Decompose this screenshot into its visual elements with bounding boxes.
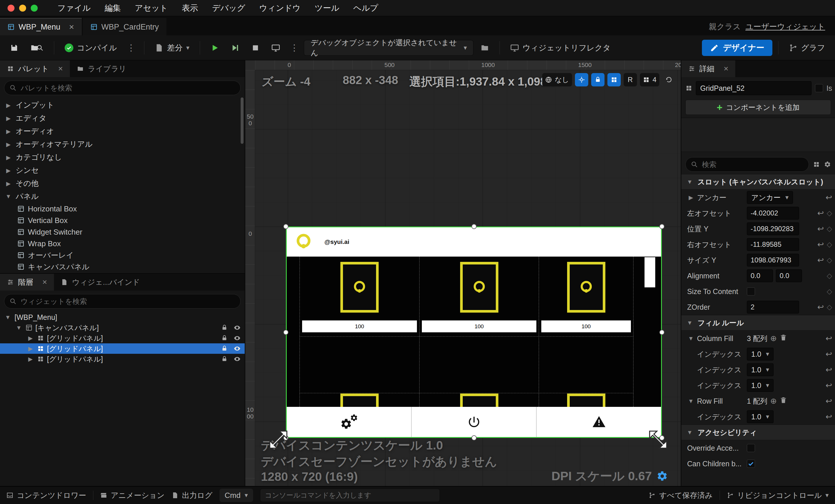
tab-close-icon[interactable]: × <box>69 22 74 32</box>
trash-icon[interactable] <box>780 397 787 406</box>
designer-mode-button[interactable]: デザイナー <box>702 40 772 56</box>
close-icon[interactable]: × <box>724 64 728 73</box>
anchor-dropdown[interactable]: アンカー▾ <box>747 191 793 204</box>
lock-icon[interactable] <box>221 356 228 362</box>
property-matrix-icon[interactable] <box>813 161 820 168</box>
collapse-arrow-icon[interactable]: ▼ <box>686 320 693 326</box>
bind-diamond-icon[interactable]: ◇ <box>827 256 832 264</box>
card-thumbnail[interactable] <box>340 262 379 313</box>
tab-hierarchy[interactable]: 階層 × <box>0 274 54 290</box>
resize-arrow-icon[interactable] <box>266 427 290 452</box>
close-icon[interactable]: × <box>42 278 47 287</box>
launch-button[interactable] <box>267 39 285 57</box>
menu-window[interactable]: ウィンドウ <box>252 3 308 14</box>
frame-skip-button[interactable] <box>226 39 244 57</box>
save-button[interactable] <box>5 39 23 57</box>
collapse-arrow-icon[interactable]: ▼ <box>687 335 695 342</box>
resize-handle[interactable] <box>471 435 477 441</box>
animation-button[interactable]: アニメーション <box>100 490 165 501</box>
reset-to-default-icon[interactable]: ↩ <box>826 381 832 390</box>
power-cell[interactable] <box>411 407 536 437</box>
revision-control-button[interactable]: リビジョンコントロール ▾ <box>727 490 829 501</box>
browse-content-button[interactable] <box>25 39 48 57</box>
parent-class-link[interactable]: ユーザーウィジェット <box>746 21 825 32</box>
expand-arrow-icon[interactable]: ▶ <box>27 345 34 352</box>
widget-reflector-button[interactable]: ウィジェットリフレクタ <box>506 39 615 57</box>
content-drawer-button[interactable]: コンテンツドロワー <box>6 490 86 501</box>
output-log-button[interactable]: 出力ログ <box>171 490 212 501</box>
reset-to-default-icon[interactable]: ↩ <box>817 208 824 218</box>
palette-category-uncategorized[interactable]: ▶カテゴリなし <box>0 151 245 164</box>
menu-view[interactable]: 表示 <box>175 3 205 14</box>
reset-to-default-icon[interactable]: ↩ <box>826 412 832 421</box>
visibility-eye-icon[interactable] <box>234 335 241 342</box>
index-dropdown[interactable]: 1.0▾ <box>747 379 774 392</box>
trash-icon[interactable] <box>780 334 787 343</box>
console-command-input[interactable] <box>265 491 435 499</box>
collapse-arrow-icon[interactable]: ▼ <box>4 314 12 321</box>
grid-snap-button[interactable]: 4 <box>640 73 659 86</box>
reset-to-default-icon[interactable]: ↩ <box>826 334 832 343</box>
palette-item-widget-switcher[interactable]: Widget Switcher <box>0 226 245 238</box>
visibility-eye-icon[interactable] <box>234 324 241 331</box>
index-dropdown[interactable]: 1.0▾ <box>747 348 774 360</box>
reset-to-default-icon[interactable]: ↩ <box>817 256 824 265</box>
size-to-content-checkbox[interactable] <box>747 287 755 296</box>
expand-arrow-icon[interactable]: ▶ <box>5 141 12 148</box>
browse-debug-object-button[interactable] <box>476 39 494 57</box>
rotation-mode-button[interactable]: R <box>624 73 637 86</box>
collapse-arrow-icon[interactable]: ▼ <box>5 193 12 200</box>
hierarchy-row-grid-panel-2-selected[interactable]: ▶ [グリッドパネル] <box>0 343 245 354</box>
designer-viewport[interactable]: 0 500 1000 1500 200 500 0 1000 ズーム -4 88… <box>245 60 681 486</box>
console-command-bar[interactable] <box>260 489 440 502</box>
bind-diamond-icon[interactable]: ◇ <box>827 209 832 217</box>
resize-arrow-icon[interactable] <box>646 427 670 452</box>
palette-item-overlay[interactable]: オーバーレイ <box>0 249 245 261</box>
menu-edit[interactable]: 編集 <box>98 3 128 14</box>
palette-category-synth[interactable]: ▶シンセ <box>0 164 245 177</box>
settings-cell[interactable] <box>287 407 411 437</box>
add-component-button[interactable]: + コンポーネントを追加 <box>686 100 831 115</box>
minimize-window-button[interactable] <box>19 5 26 12</box>
tab-wbp-menu[interactable]: WBP_Menu × <box>0 18 82 35</box>
card-thumbnail[interactable] <box>460 262 498 313</box>
hierarchy-search[interactable] <box>4 294 241 308</box>
widget-name-input[interactable] <box>696 81 812 95</box>
reset-to-default-icon[interactable]: ↩ <box>826 397 832 406</box>
debug-object-dropdown[interactable]: デバッグオブジェクトが選択されていません ▾ <box>304 40 473 56</box>
tab-widget-bind[interactable]: ウィジェ...バインド <box>54 274 147 290</box>
warning-cell[interactable] <box>536 407 661 437</box>
hierarchy-row-grid-panel-3[interactable]: ▶ [グリッドパネル] <box>0 354 245 364</box>
hierarchy-search-input[interactable] <box>21 297 235 306</box>
palette-category-editor[interactable]: ▶エディタ <box>0 112 245 125</box>
localization-preview-button[interactable]: なし <box>542 73 572 86</box>
resize-handle[interactable] <box>659 224 665 229</box>
diff-button[interactable]: 差分 ▾ <box>150 39 194 57</box>
expand-arrow-icon[interactable]: ▶ <box>5 180 12 187</box>
expand-arrow-icon[interactable]: ▶ <box>687 194 695 201</box>
reset-to-default-icon[interactable]: ↩ <box>826 349 832 359</box>
palette-category-audio-material[interactable]: ▶オーディオマテリアル <box>0 138 245 151</box>
resize-handle[interactable] <box>283 330 288 335</box>
palette-search-input[interactable] <box>21 84 235 92</box>
palette-item-vertical-box[interactable]: Vertical Box <box>0 215 245 226</box>
stop-button[interactable] <box>246 39 264 57</box>
play-button[interactable] <box>206 39 224 57</box>
bind-diamond-icon[interactable]: ◇ <box>827 225 832 233</box>
reset-to-default-icon[interactable]: ↩ <box>817 302 824 312</box>
index-dropdown[interactable]: 1.0▾ <box>747 410 774 423</box>
position-y-input[interactable] <box>747 222 799 235</box>
expand-arrow-icon[interactable]: ▶ <box>27 356 34 362</box>
add-array-element-icon[interactable]: ⊕ <box>770 397 777 406</box>
offset-left-input[interactable] <box>747 207 799 220</box>
can-children-checkbox-checked[interactable] <box>747 460 755 468</box>
is-variable-checkbox[interactable] <box>815 84 823 92</box>
resize-handle[interactable] <box>471 224 477 229</box>
palette-item-wrap-box[interactable]: Wrap Box <box>0 238 245 249</box>
menu-tools[interactable]: ツール <box>308 3 346 14</box>
expand-arrow-icon[interactable]: ▶ <box>5 128 12 135</box>
lock-icon[interactable] <box>221 345 228 352</box>
bind-diamond-icon[interactable]: ◇ <box>827 287 832 296</box>
details-search-input[interactable] <box>702 160 803 169</box>
alignment-x-input[interactable] <box>747 269 773 282</box>
